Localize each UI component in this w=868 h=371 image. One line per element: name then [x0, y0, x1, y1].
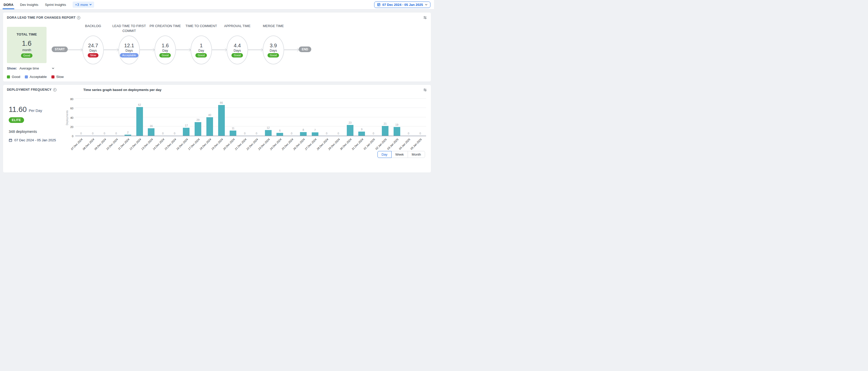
- tab-dev-insights[interactable]: Dev Insights: [20, 0, 38, 9]
- granularity-month-button[interactable]: Month: [408, 151, 425, 158]
- bar[interactable]: [230, 131, 236, 136]
- bar-slot: 009 Dec 2024: [98, 99, 110, 136]
- stage-lead-time-first-commit-node: 12.1 Days Acceptable: [118, 35, 140, 64]
- x-axis-label: 14 Dec 2024: [152, 138, 165, 151]
- y-tick-label: 0: [72, 135, 73, 138]
- x-axis-label: 19 Dec 2024: [211, 138, 224, 151]
- stage-time-to-comment[interactable]: TIME TO COMMENT 1 Day Good: [190, 24, 212, 64]
- flow-arrow: [68, 49, 82, 50]
- bar-slot: 2917 Dec 2024: [192, 99, 204, 136]
- bar-value-label: 0: [80, 132, 82, 135]
- show-metric-value: Average time: [20, 66, 39, 70]
- lead-time-flow-diagram: START BACKLOG 24.7 Days Slow LEAD TIME T…: [52, 24, 311, 64]
- flow-arrow: [212, 49, 226, 50]
- total-time-label: TOTAL TIME: [17, 32, 37, 36]
- granularity-week-button[interactable]: Week: [391, 151, 408, 158]
- stage-unit: Days: [270, 49, 277, 53]
- x-axis-label: 13 Dec 2024: [141, 138, 153, 151]
- stage-status-badge: Slow: [88, 53, 98, 58]
- bar-value-label: 16: [150, 125, 153, 128]
- bar[interactable]: [207, 117, 213, 136]
- show-metric-dropdown[interactable]: Average time: [20, 66, 55, 70]
- bar-value-label: 0: [420, 132, 421, 135]
- stage-backlog[interactable]: BACKLOG 24.7 Days Slow: [82, 24, 104, 64]
- x-axis-label: 18 Dec 2024: [199, 138, 212, 151]
- bar[interactable]: [300, 132, 307, 136]
- lead-time-card-title: DORA LEAD TIME FOR CHANGES REPORT i: [7, 16, 80, 20]
- x-axis-label: 07 Dec 2024: [70, 138, 83, 151]
- stage-status-badge: Good: [195, 53, 207, 58]
- y-tick-label: 80: [70, 98, 73, 101]
- legend-label-good: Good: [12, 75, 20, 79]
- flow-arrow: [248, 49, 262, 50]
- bar[interactable]: [276, 133, 283, 136]
- x-axis-label: 16 Dec 2024: [176, 138, 188, 151]
- bar[interactable]: [195, 122, 201, 136]
- bar-value-label: 62: [138, 103, 141, 106]
- bar-value-label: 9: [361, 128, 363, 131]
- bar-slot: 008 Dec 2024: [87, 99, 99, 136]
- stage-value: 3.9: [270, 43, 277, 48]
- info-icon[interactable]: i: [77, 16, 80, 20]
- info-icon[interactable]: i: [53, 88, 57, 92]
- bar[interactable]: [183, 128, 189, 136]
- bar-slot: 014 Dec 2024: [157, 99, 169, 136]
- stage-merge-time[interactable]: MERGE TIME 3.9 Days Good: [262, 24, 284, 64]
- x-axis-label: 05 Jan 2025: [410, 138, 422, 150]
- x-axis-label: 20 Dec 2024: [222, 138, 235, 151]
- deployments-bar-chart: Deployments 020406080 007 Dec 2024008 De…: [66, 92, 427, 142]
- x-axis-label: 12 Dec 2024: [129, 138, 142, 151]
- bar[interactable]: [218, 105, 225, 136]
- bar[interactable]: [394, 127, 400, 136]
- x-axis-label: 25 Dec 2024: [281, 138, 294, 151]
- bar-slot: 1716 Dec 2024: [181, 99, 192, 136]
- x-axis-label: 24 Dec 2024: [269, 138, 282, 151]
- bar[interactable]: [358, 132, 365, 136]
- deployment-frequency-title-text: DEPLOYMENT FREQUENCY: [7, 88, 52, 92]
- chart-settings-icon[interactable]: [423, 88, 427, 92]
- bar[interactable]: [148, 128, 154, 136]
- legend-item-good: Good: [7, 75, 20, 79]
- total-deployments-text: 348 deployments: [9, 130, 66, 134]
- stage-approval-time-label: APPROVAL TIME: [218, 24, 256, 29]
- x-axis-label: 31 Dec 2024: [351, 138, 364, 151]
- bar[interactable]: [382, 126, 389, 136]
- stage-approval-time[interactable]: APPROVAL TIME 4.4 Days Good: [226, 24, 248, 64]
- bar-slot: 015 Dec 2024: [169, 99, 181, 136]
- flow-arrow: [284, 49, 299, 50]
- chart-settings-icon[interactable]: [423, 15, 427, 20]
- granularity-day-button[interactable]: Day: [377, 151, 392, 158]
- bar[interactable]: [125, 135, 131, 136]
- stage-lead-time-first-commit[interactable]: LEAD TIME TO FIRST COMMIT 12.1 Days Acce…: [118, 24, 140, 64]
- bar[interactable]: [265, 130, 272, 136]
- y-tick-label: 20: [70, 126, 73, 129]
- tab-dora[interactable]: DORA: [4, 0, 13, 9]
- total-time-value: 1.6: [22, 40, 32, 47]
- x-axis-label: 29 Dec 2024: [328, 138, 341, 151]
- tab-sprint-insights[interactable]: Sprint Insights: [45, 0, 66, 9]
- chevron-down-icon: [425, 3, 428, 6]
- bar-value-label: 0: [92, 132, 94, 135]
- stage-pr-creation-time[interactable]: PR CREATION TIME 1.6 Day Good: [154, 24, 176, 64]
- bar-slot: 6619 Dec 2024: [216, 99, 227, 136]
- bar[interactable]: [312, 132, 318, 136]
- deployment-frequency-title: DEPLOYMENT FREQUENCY i: [7, 88, 57, 92]
- deployment-frequency-card: DEPLOYMENT FREQUENCY i Time series graph…: [3, 85, 431, 173]
- date-range-picker-button[interactable]: 07 Dec 2024 - 05 Jan 2025: [374, 2, 430, 8]
- more-tabs-button[interactable]: +3 more: [73, 2, 94, 8]
- performance-tier-badge: ELITE: [9, 117, 24, 123]
- bar-slot: 1613 Dec 2024: [145, 99, 157, 136]
- x-axis-label: 21 Dec 2024: [234, 138, 247, 151]
- stage-value: 4.4: [234, 43, 241, 48]
- bar[interactable]: [136, 107, 143, 136]
- deployment-date-range: 07 Dec 2024 - 05 Jan 2025: [9, 138, 66, 142]
- bar[interactable]: [347, 125, 353, 136]
- legend-label-acceptable: Acceptable: [30, 75, 47, 79]
- bar-value-label: 8: [303, 128, 304, 131]
- stage-pr-creation-time-label: PR CREATION TIME: [145, 24, 186, 29]
- stage-pr-creation-time-node: 1.6 Day Good: [154, 35, 176, 64]
- bar-value-label: 21: [383, 122, 387, 125]
- bar-value-label: 0: [162, 132, 164, 135]
- stage-merge-time-node: 3.9 Days Good: [262, 35, 284, 64]
- bar-slot: 931 Dec 2024: [356, 99, 368, 136]
